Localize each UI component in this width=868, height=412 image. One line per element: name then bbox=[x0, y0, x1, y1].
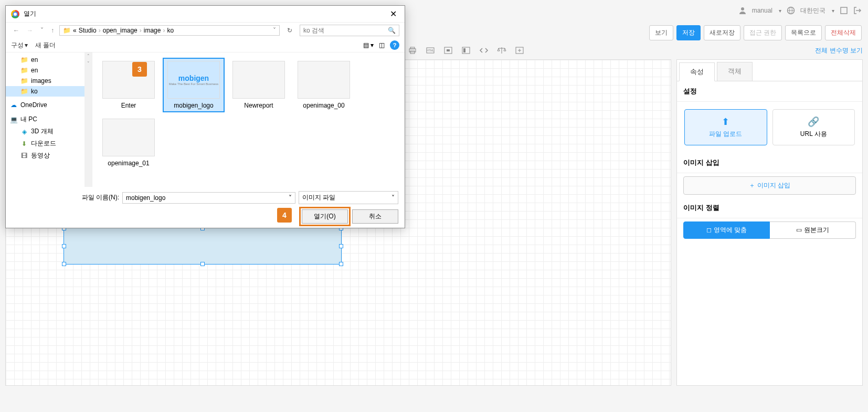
tab-properties[interactable]: 속성 bbox=[679, 62, 715, 81]
panel-icon[interactable] bbox=[442, 45, 454, 56]
file-item[interactable]: openimage_00 bbox=[293, 58, 355, 112]
resize-handle[interactable] bbox=[200, 262, 205, 266]
back-icon[interactable]: ← bbox=[11, 26, 22, 35]
url-use-option[interactable]: 🔗 URL 사용 bbox=[772, 109, 855, 145]
callout-3: 3 bbox=[132, 62, 147, 77]
chrome-icon bbox=[11, 10, 19, 18]
align-title: 이미지 정렬 bbox=[677, 198, 862, 218]
crumb[interactable]: ko bbox=[167, 27, 174, 34]
html-icon[interactable]: HTML bbox=[425, 45, 436, 56]
tab-object[interactable]: 객체 bbox=[717, 62, 753, 81]
print-icon[interactable] bbox=[407, 45, 418, 56]
caret-icon: ▾ bbox=[832, 8, 834, 14]
right-panel: 속성 객체 설정 ⬆ 파일 업로드 🔗 URL 사용 이미지 삽입 ＋ 이미지 … bbox=[676, 59, 863, 386]
file-label: Newreport bbox=[231, 102, 287, 109]
organize-button[interactable]: 구성 ▾ bbox=[11, 41, 28, 50]
align-original-button[interactable]: ▭ 원본크기 bbox=[770, 221, 856, 239]
tree-item-pc[interactable]: 💻내 PC bbox=[6, 113, 92, 125]
forward-icon[interactable]: → bbox=[25, 26, 35, 35]
to-list-button[interactable]: 목록으로 bbox=[785, 25, 822, 40]
tree-item[interactable]: ⬇다운로드 bbox=[6, 138, 92, 150]
file-item[interactable]: openimage_01 bbox=[98, 115, 160, 170]
tree-item[interactable]: 📁en bbox=[6, 55, 92, 65]
folder-icon: 📁 bbox=[20, 56, 28, 64]
resize-handle[interactable] bbox=[62, 262, 66, 266]
resize-handle[interactable] bbox=[339, 262, 343, 266]
panel2-icon[interactable] bbox=[460, 45, 472, 56]
filter-select[interactable]: 이미지 파일 ˅ bbox=[299, 191, 398, 204]
resize-handle[interactable] bbox=[339, 244, 343, 248]
add-panel-icon[interactable] bbox=[514, 45, 525, 56]
close-icon[interactable]: ✕ bbox=[387, 9, 399, 19]
file-thumb bbox=[102, 119, 155, 156]
tree-pane[interactable]: 📁en 📁en 📁images 📁ko ☁OneDrive 💻내 PC ◈3D … bbox=[6, 52, 92, 187]
search-input[interactable] bbox=[303, 27, 386, 34]
file-open-dialog: 열기 ✕ ← → ˅ ↑ 📁 « Studio› open_image› ima… bbox=[5, 5, 405, 228]
insert-image-button[interactable]: ＋ 이미지 삽입 bbox=[683, 176, 856, 195]
download-icon: ⬇ bbox=[20, 140, 28, 147]
video-icon: 🎞 bbox=[20, 152, 28, 160]
search-icon[interactable]: 🔍 bbox=[388, 27, 396, 34]
resize-handle[interactable] bbox=[62, 244, 66, 248]
button-row: 열기(O) 취소 bbox=[12, 209, 398, 224]
tree-item-onedrive[interactable]: ☁OneDrive bbox=[6, 100, 92, 110]
up-icon[interactable]: ↑ bbox=[49, 26, 56, 35]
balance-icon[interactable] bbox=[496, 45, 507, 56]
code-icon[interactable] bbox=[478, 45, 490, 56]
region-label[interactable]: 대한민국 bbox=[800, 6, 825, 15]
view-all-vars-link[interactable]: 전체 변수명 보기 bbox=[815, 46, 863, 55]
cancel-button[interactable]: 취소 bbox=[352, 209, 398, 224]
exit-icon[interactable] bbox=[853, 6, 862, 15]
file-item[interactable]: Enter bbox=[98, 58, 160, 112]
tree-item[interactable]: 📁en bbox=[6, 65, 92, 76]
url-use-label: URL 사용 bbox=[800, 130, 827, 138]
recent-caret-icon[interactable]: ˅ bbox=[38, 26, 46, 35]
save-button[interactable]: 저장 bbox=[676, 25, 701, 40]
tree-item[interactable]: 📁images bbox=[6, 76, 92, 86]
align-fit-button[interactable]: ◻ 영역에 맞춤 bbox=[683, 221, 770, 239]
view-mode-icon[interactable]: ▤ ▾ bbox=[363, 41, 374, 49]
search-box[interactable]: 🔍 bbox=[300, 25, 399, 36]
file-item[interactable]: Newreport bbox=[228, 58, 290, 112]
chevron-down-icon[interactable]: ˅ bbox=[273, 27, 276, 34]
folder-icon: 📁 bbox=[20, 67, 28, 74]
svg-rect-6 bbox=[410, 47, 415, 49]
crumb[interactable]: image bbox=[144, 27, 161, 34]
tree-item[interactable]: 📁ko bbox=[6, 86, 92, 97]
file-thumb: mobigen Make The Best For Smart Business bbox=[167, 61, 220, 99]
file-upload-option[interactable]: ⬆ 파일 업로드 bbox=[684, 109, 767, 145]
filename-input-box[interactable]: ˅ bbox=[122, 192, 295, 204]
scrollbar[interactable]: ˄˅ bbox=[84, 52, 92, 187]
new-folder-button[interactable]: 새 폴더 bbox=[35, 41, 56, 50]
breadcrumb[interactable]: 📁 « Studio› open_image› image› ko ˅ bbox=[59, 25, 280, 36]
file-thumb bbox=[102, 61, 155, 99]
tree-item[interactable]: 🎞동영상 bbox=[6, 150, 92, 162]
crumb[interactable]: open_image bbox=[103, 27, 137, 34]
filename-input[interactable] bbox=[126, 194, 289, 202]
breadcrumb-prefix: « bbox=[73, 27, 77, 34]
fit-icon: ◻ bbox=[706, 226, 712, 234]
canvas-selection[interactable] bbox=[63, 228, 342, 265]
file-label: mobigen_logo bbox=[166, 102, 221, 109]
preview-pane-icon[interactable]: ◫ bbox=[379, 41, 385, 49]
insert-image-label: 이미지 삽입 bbox=[757, 182, 790, 189]
callout-4: 4 bbox=[277, 208, 292, 223]
refresh-icon[interactable]: ↻ bbox=[283, 25, 297, 36]
file-item[interactable]: mobigen Make The Best For Smart Business… bbox=[163, 58, 225, 112]
chevron-down-icon[interactable]: ˅ bbox=[289, 194, 292, 202]
view-button[interactable]: 보기 bbox=[649, 25, 673, 40]
save-as-button[interactable]: 새로저장 bbox=[704, 25, 740, 40]
app-header: manual ▾ 대한민국 ▾ bbox=[732, 0, 868, 21]
tree-item[interactable]: ◈3D 개체 bbox=[6, 125, 92, 138]
open-button[interactable]: 열기(O) bbox=[302, 209, 348, 224]
permission-button[interactable]: 접근 권한 bbox=[744, 25, 782, 40]
user-label[interactable]: manual bbox=[752, 7, 772, 14]
filename-row: 파일 이름(N): ˅ 이미지 파일 ˅ bbox=[12, 191, 398, 204]
align-buttons: ◻ 영역에 맞춤 ▭ 원본크기 bbox=[677, 218, 862, 242]
help-icon[interactable]: ? bbox=[390, 40, 399, 50]
delete-all-button[interactable]: 전체삭제 bbox=[825, 25, 862, 40]
globe-icon bbox=[787, 6, 795, 15]
upload-options: ⬆ 파일 업로드 🔗 URL 사용 bbox=[677, 102, 862, 153]
crumb[interactable]: Studio bbox=[79, 27, 97, 34]
expand-icon[interactable] bbox=[840, 6, 848, 15]
